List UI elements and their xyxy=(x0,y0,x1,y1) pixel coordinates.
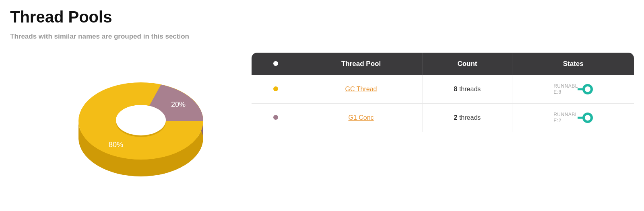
thread-pool-table: Thread Pool Count States GC Thread 8 thr… xyxy=(252,53,634,132)
thread-pool-link[interactable]: G1 Conc xyxy=(348,114,374,121)
column-header-states: States xyxy=(512,53,634,75)
runnable-ring-icon xyxy=(582,113,593,123)
column-header-dot xyxy=(252,53,300,75)
thread-count: 2 threads xyxy=(422,104,512,132)
svg-point-3 xyxy=(116,105,166,135)
state-label: RUNNABLE:2 xyxy=(553,112,578,124)
thread-pool-link[interactable]: GC Thread xyxy=(345,86,377,92)
dot-icon xyxy=(273,61,278,66)
column-header-count: Count xyxy=(422,53,512,75)
page-subtitle: Threads with similar names are grouped i… xyxy=(10,33,634,41)
donut-chart: 20% 80% xyxy=(10,53,235,189)
thread-count: 8 threads xyxy=(422,75,512,104)
legend-dot-icon xyxy=(273,115,278,120)
slice-label-80: 80% xyxy=(109,141,123,149)
column-header-pool: Thread Pool xyxy=(300,53,422,75)
table-row: G1 Conc 2 threads RUNNABLE:2 xyxy=(252,104,634,132)
slice-label-20: 20% xyxy=(171,100,186,109)
runnable-ring-icon xyxy=(582,84,593,94)
page-title: Thread Pools xyxy=(10,8,634,26)
legend-dot-icon xyxy=(273,86,278,91)
table-row: GC Thread 8 threads RUNNABLE:8 xyxy=(252,75,634,104)
state-label: RUNNABLE:8 xyxy=(553,83,578,95)
